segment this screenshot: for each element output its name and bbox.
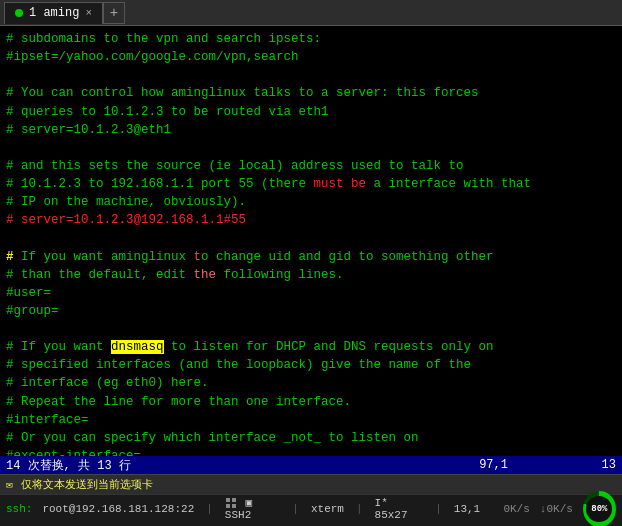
terminal-line: #interface= bbox=[6, 411, 616, 429]
terminal-line bbox=[6, 229, 616, 247]
mail-icon: ✉ bbox=[6, 478, 13, 491]
terminal-line bbox=[6, 320, 616, 338]
terminal-line: # Or you can specify which interface _no… bbox=[6, 429, 616, 447]
tab-close-button[interactable]: × bbox=[85, 7, 92, 19]
terminal-line: # subdomains to the vpn and search ipset… bbox=[6, 30, 616, 48]
terminal-line: # If you want aminglinux to change uid a… bbox=[6, 248, 616, 266]
ssh-host: root@192.168.181.128:22 bbox=[42, 503, 194, 515]
ssh-label: ssh: bbox=[6, 503, 32, 515]
terminal-line: #user= bbox=[6, 284, 616, 302]
statusbar-message: 14 次替换, 共 13 行 bbox=[6, 457, 131, 474]
bottom-statusbar: ssh: root@192.168.181.128:22 | ▣ SSH2 | … bbox=[0, 494, 622, 522]
tab-bar: 1 aming × + bbox=[0, 0, 622, 26]
terminal-line: #group= bbox=[6, 302, 616, 320]
tab-1-aming[interactable]: 1 aming × bbox=[4, 2, 103, 24]
terminal-line: # Repeat the line for more than one inte… bbox=[6, 393, 616, 411]
terminal-line: # queries to 10.1.2.3 to be routed via e… bbox=[6, 103, 616, 121]
tab-status-dot bbox=[15, 9, 23, 17]
terminal-area: # subdomains to the vpn and search ipset… bbox=[0, 26, 622, 456]
infobar: ✉ 仅将文本发送到当前选项卡 bbox=[0, 474, 622, 494]
vim-statusbar: 14 次替换, 共 13 行 97,1 13 bbox=[0, 456, 622, 474]
new-tab-button[interactable]: + bbox=[103, 2, 125, 24]
terminal-line: # You can control how aminglinux talks t… bbox=[6, 84, 616, 102]
terminal-line bbox=[6, 139, 616, 157]
terminal-line: # If you want dnsmasq to listen for DHCP… bbox=[6, 338, 616, 356]
terminal-line: # IP on the machine, obviously). bbox=[6, 193, 616, 211]
speed-circle: 80% bbox=[583, 491, 616, 527]
terminal-line: # 10.1.2.3 to 192.168.1.1 port 55 (there… bbox=[6, 175, 616, 193]
speed-down: ↓0K/s bbox=[540, 503, 573, 515]
speed-label: 0K/s bbox=[490, 503, 530, 515]
svg-rect-1 bbox=[232, 498, 236, 502]
terminal-line: # specified interfaces (and the loopback… bbox=[6, 356, 616, 374]
terminal-line: # interface (eg eth0) here. bbox=[6, 374, 616, 392]
terminal-size: I* 85x27 bbox=[375, 497, 424, 521]
svg-rect-0 bbox=[226, 498, 230, 502]
terminal-line: # and this sets the source (ie local) ad… bbox=[6, 157, 616, 175]
svg-rect-3 bbox=[232, 504, 236, 508]
ssh2-label: ▣ SSH2 bbox=[225, 496, 280, 521]
svg-rect-2 bbox=[226, 504, 230, 508]
terminal-line: #ipset=/yahoo.com/google.com/vpn,search bbox=[6, 48, 616, 66]
terminal-line bbox=[6, 66, 616, 84]
xterm-label: xterm bbox=[311, 503, 344, 515]
infobar-message: 仅将文本发送到当前选项卡 bbox=[21, 477, 153, 492]
terminal-line: # than the default, edit the following l… bbox=[6, 266, 616, 284]
cursor-position: 13,1 bbox=[454, 503, 480, 515]
statusbar-position: 97,1 13 bbox=[479, 458, 616, 472]
terminal-line: # server=10.1.2.3@192.168.1.1#55 bbox=[6, 211, 616, 229]
terminal-line: # server=10.1.2.3@eth1 bbox=[6, 121, 616, 139]
tab-label: 1 aming bbox=[29, 6, 79, 20]
terminal-line: #except-interface= bbox=[6, 447, 616, 456]
speed-percent: 80% bbox=[586, 496, 612, 522]
ssh2-icon bbox=[225, 497, 237, 509]
